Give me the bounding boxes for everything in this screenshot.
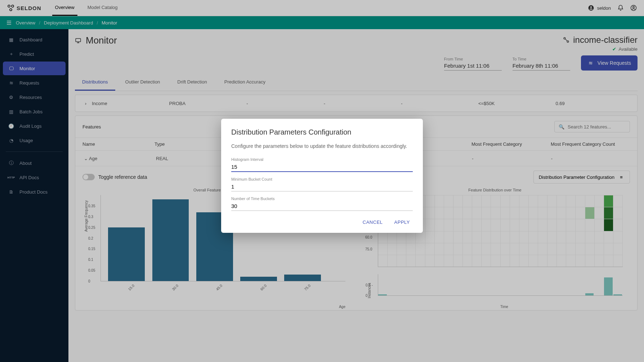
min-bucket-input[interactable] [231, 182, 413, 191]
histogram-interval-input[interactable] [231, 162, 413, 172]
field-label: Number of Time Buckets [231, 196, 413, 201]
apply-button[interactable]: APPLY [392, 217, 413, 227]
modal-overlay[interactable]: Distribution Parameters Configuration Co… [0, 0, 644, 362]
dist-params-modal: Distribution Parameters Configuration Co… [221, 119, 423, 233]
field-label: Histogram Interval [231, 157, 413, 162]
field-time-buckets: Number of Time Buckets [231, 196, 413, 211]
field-min-bucket: Minimum Bucket Count [231, 177, 413, 191]
cancel-button[interactable]: CANCEL [360, 217, 386, 227]
time-buckets-input[interactable] [231, 202, 413, 211]
field-label: Minimum Bucket Count [231, 177, 413, 181]
modal-title: Distribution Parameters Configuration [231, 128, 413, 136]
field-histogram-interval: Histogram Interval [231, 157, 413, 172]
modal-actions: CANCEL APPLY [231, 217, 413, 227]
modal-desc: Configure the parameters below to update… [231, 143, 413, 150]
